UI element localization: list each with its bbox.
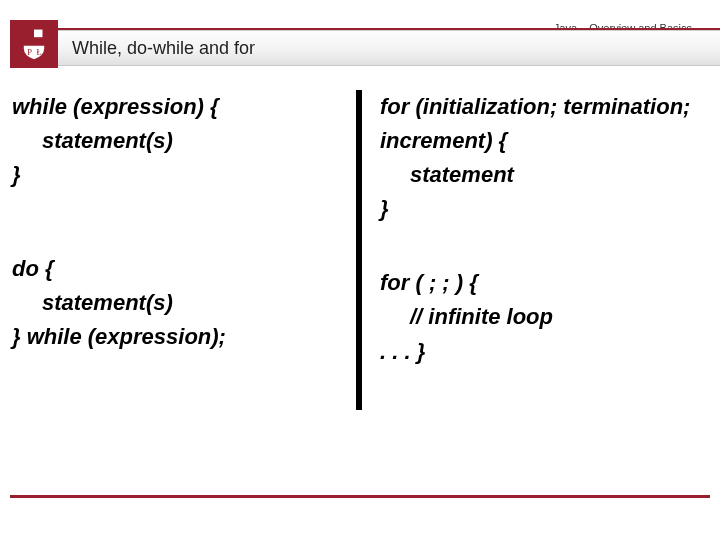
shield-icon: P Ł: [17, 27, 51, 61]
code-text: statement(s): [42, 128, 173, 153]
code-line: statement: [380, 158, 710, 192]
code-line: // infinite loop: [380, 300, 710, 334]
content: while (expression) { statement(s) } do {…: [12, 90, 710, 480]
left-column: while (expression) { statement(s) } do {…: [12, 90, 356, 480]
code-line: }: [12, 158, 342, 192]
do-while-block: do { statement(s) } while (expression);: [12, 252, 342, 354]
code-line: for ( ; ; ) {: [380, 266, 710, 300]
for-block: for (initialization; termination; increm…: [380, 90, 710, 226]
right-column: for (initialization; termination; increm…: [362, 90, 710, 480]
code-line: }: [380, 192, 710, 226]
page-title: While, do-while and for: [58, 38, 255, 59]
code-text: statement: [410, 162, 514, 187]
code-text: // infinite loop: [410, 304, 553, 329]
footer-rule: [10, 495, 710, 498]
code-line: while (expression) {: [12, 90, 342, 124]
code-text: statement(s): [42, 290, 173, 315]
while-block: while (expression) { statement(s) }: [12, 90, 342, 192]
svg-text:P: P: [27, 47, 32, 57]
code-line: . . . }: [380, 335, 710, 369]
code-line: statement(s): [12, 286, 342, 320]
svg-text:Ł: Ł: [37, 47, 42, 57]
code-line: for (initialization; termination; increm…: [380, 90, 710, 158]
code-line: do {: [12, 252, 342, 286]
title-bar: While, do-while and for: [58, 30, 720, 66]
header: Java – Overview and Basics P Ł While, do…: [0, 0, 720, 72]
code-line: } while (expression);: [12, 320, 342, 354]
infinite-for-block: for ( ; ; ) { // infinite loop . . . }: [380, 266, 710, 368]
university-logo: P Ł: [10, 20, 58, 68]
code-line: statement(s): [12, 124, 342, 158]
svg-rect-2: [29, 30, 31, 35]
